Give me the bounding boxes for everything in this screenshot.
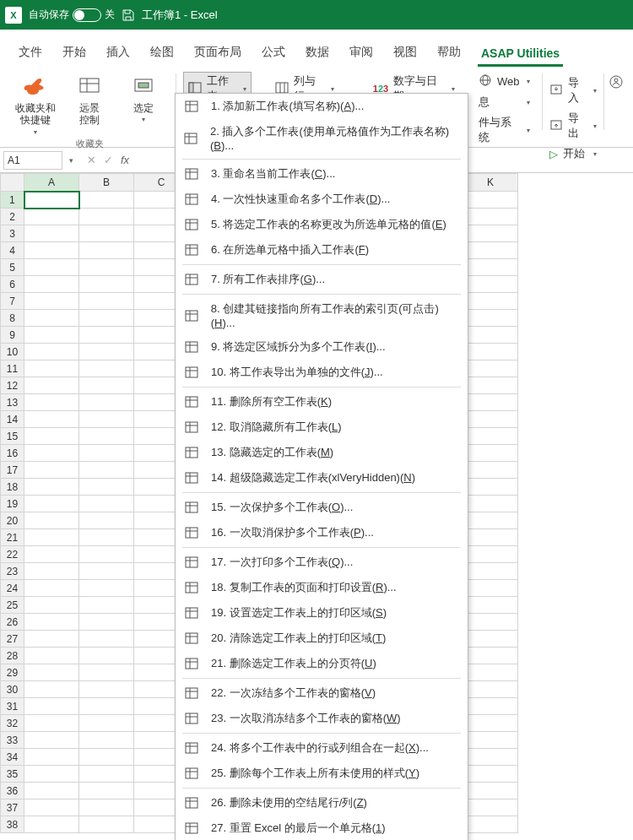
row-header[interactable]: 7 — [1, 293, 24, 310]
cell[interactable] — [24, 445, 79, 462]
cell[interactable] — [24, 496, 79, 512]
cell[interactable] — [24, 664, 79, 681]
cell[interactable] — [463, 462, 518, 479]
cell[interactable] — [24, 411, 79, 428]
cell[interactable] — [463, 377, 518, 394]
cancel-icon[interactable]: ✕ — [84, 154, 99, 166]
cell[interactable] — [24, 512, 79, 529]
row-header[interactable]: 25 — [1, 597, 24, 614]
row-header[interactable]: 9 — [1, 327, 24, 344]
select-button[interactable]: 选定 ▾ — [118, 72, 169, 125]
menu-item[interactable]: 15. 一次保护多个工作表(O)... — [176, 495, 468, 520]
cell[interactable] — [24, 563, 79, 580]
cell[interactable] — [24, 192, 79, 209]
menu-item[interactable]: 23. 一次取消冻结多个工作表的窗格(W) — [176, 706, 468, 731]
cell[interactable] — [463, 648, 518, 664]
cell[interactable] — [463, 310, 518, 327]
menu-item[interactable]: 22. 一次冻结多个工作表的窗格(V) — [176, 680, 468, 706]
cell[interactable] — [463, 749, 518, 766]
cell[interactable] — [24, 749, 79, 766]
import-dropdown[interactable]: 导入 ▾ — [544, 73, 602, 107]
menu-item[interactable]: 21. 删除选定工作表上的分页符(U) — [176, 651, 468, 676]
cell[interactable] — [463, 192, 518, 209]
cell[interactable] — [79, 479, 134, 496]
cell[interactable] — [24, 377, 79, 394]
cell[interactable] — [24, 242, 79, 259]
menu-item[interactable]: 24. 将多个工作表中的行或列组合在一起(X)... — [176, 735, 468, 761]
cell[interactable] — [79, 496, 134, 512]
cell[interactable] — [79, 327, 134, 344]
cell[interactable] — [79, 799, 134, 816]
cell[interactable] — [463, 344, 518, 360]
menu-item[interactable]: 3. 重命名当前工作表(C)... — [176, 161, 468, 187]
select-all-corner[interactable] — [1, 174, 24, 192]
name-box-dropdown[interactable]: ▾ — [66, 156, 77, 165]
cell[interactable] — [463, 715, 518, 732]
cell[interactable] — [463, 546, 518, 563]
row-header[interactable]: 21 — [1, 529, 24, 546]
cell[interactable] — [463, 799, 518, 816]
menu-item[interactable]: 16. 一次取消保护多个工作表(P)... — [176, 520, 468, 545]
menu-item[interactable]: 19. 设置选定工作表上的打印区域(S) — [176, 600, 468, 626]
cell[interactable] — [24, 209, 79, 225]
cell[interactable] — [79, 276, 134, 293]
row-header[interactable]: 27 — [1, 631, 24, 648]
cell[interactable] — [24, 799, 79, 816]
cell[interactable] — [24, 732, 79, 749]
tab-数据[interactable]: 数据 — [295, 40, 339, 67]
cell[interactable] — [79, 681, 134, 698]
menu-item[interactable]: 18. 复制工作表的页面和打印设置(R)... — [176, 575, 468, 600]
cell[interactable] — [79, 293, 134, 310]
cell[interactable] — [24, 698, 79, 715]
menu-item[interactable]: 13. 隐藏选定的工作表(M) — [176, 440, 468, 465]
menu-item[interactable]: 4. 一次性快速重命名多个工作表(D)... — [176, 187, 468, 212]
cell[interactable] — [79, 546, 134, 563]
menu-item[interactable]: 20. 清除选定工作表上的打印区域(T) — [176, 626, 468, 651]
cell[interactable] — [79, 664, 134, 681]
menu-item[interactable]: 6. 在所选单元格中插入工作表(F) — [176, 237, 468, 263]
row-header[interactable]: 11 — [1, 360, 24, 377]
cell[interactable] — [463, 664, 518, 681]
start-dropdown[interactable]: ▷ 开始 ▾ — [544, 144, 602, 163]
cell[interactable] — [79, 462, 134, 479]
cell[interactable] — [463, 614, 518, 631]
tab-审阅[interactable]: 审阅 — [339, 40, 383, 67]
cell[interactable] — [79, 715, 134, 732]
row-header[interactable]: 32 — [1, 715, 24, 732]
cell[interactable] — [79, 310, 134, 327]
tab-公式[interactable]: 公式 — [252, 40, 295, 67]
cell[interactable] — [79, 209, 134, 225]
row-header[interactable]: 1 — [1, 192, 24, 209]
cell[interactable] — [79, 377, 134, 394]
cell[interactable] — [24, 479, 79, 496]
cell[interactable] — [24, 715, 79, 732]
cell[interactable] — [79, 529, 134, 546]
row-header[interactable]: 35 — [1, 766, 24, 783]
cell[interactable] — [24, 225, 79, 242]
cell[interactable] — [79, 614, 134, 631]
cell[interactable] — [79, 225, 134, 242]
row-header[interactable]: 13 — [1, 394, 24, 411]
row-header[interactable]: 18 — [1, 479, 24, 496]
cell[interactable] — [463, 225, 518, 242]
column-header[interactable]: K — [463, 174, 518, 192]
cell[interactable] — [79, 360, 134, 377]
cell[interactable] — [24, 259, 79, 276]
cell[interactable] — [24, 783, 79, 799]
cell[interactable] — [463, 242, 518, 259]
cell[interactable] — [79, 242, 134, 259]
cell[interactable] — [24, 648, 79, 664]
confirm-icon[interactable]: ✓ — [100, 154, 116, 166]
cell[interactable] — [79, 749, 134, 766]
cell[interactable] — [463, 783, 518, 799]
menu-item[interactable]: 27. 重置 Excel 的最后一个单元格(1) — [176, 816, 468, 840]
menu-item[interactable]: 10. 将工作表导出为单独的文件(J)... — [176, 360, 468, 385]
menu-item[interactable]: 2. 插入多个工作表(使用单元格值作为工作表名称)(B)... — [176, 119, 468, 157]
cell[interactable] — [79, 563, 134, 580]
column-header[interactable]: B — [79, 174, 134, 192]
cell[interactable] — [463, 428, 518, 445]
cell[interactable] — [463, 394, 518, 411]
save-icon[interactable] — [122, 8, 135, 22]
cell[interactable] — [79, 512, 134, 529]
row-header[interactable]: 23 — [1, 563, 24, 580]
